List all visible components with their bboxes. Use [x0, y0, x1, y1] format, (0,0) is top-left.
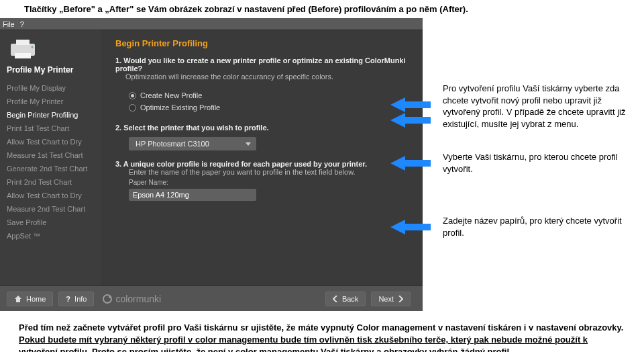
next-label: Next	[378, 295, 394, 303]
svg-rect-1	[16, 40, 30, 45]
next-button[interactable]: Next	[371, 292, 411, 306]
menu-help[interactable]: ?	[20, 20, 24, 28]
sidebar-item-measure-1st[interactable]: Measure 1st Test Chart	[0, 148, 101, 162]
sidebar-item-measure-2nd[interactable]: Measure 2nd Test Chart	[0, 202, 101, 216]
svg-point-5	[109, 296, 111, 298]
sidebar: Profile My Printer Profile My Display Pr…	[0, 30, 101, 285]
annotation-arrow-3	[390, 220, 431, 234]
bottom-paragraph: Před tím než začnete vytvářet profil pro…	[0, 311, 644, 352]
svg-marker-8	[390, 156, 431, 171]
sidebar-heading: Profile My Printer	[0, 62, 101, 81]
paper-name-input[interactable]	[129, 189, 256, 201]
step1-text: 1. Would you like to create a new printe…	[115, 56, 408, 73]
chevron-right-icon	[398, 296, 403, 302]
annotation-text-3: Zadejte název papírů, pro který chcete v…	[443, 215, 637, 238]
footer-bar: Home ? Info colormunki Back Next	[0, 285, 423, 311]
paper-name-label: Paper Name:	[129, 179, 408, 186]
sidebar-item-dry-2nd[interactable]: Allow Test Chart to Dry	[0, 189, 101, 202]
application-window: File ? Profile My Printer Profile My Dis…	[0, 18, 423, 311]
sidebar-item-profile-printer[interactable]: Profile My Printer	[0, 95, 101, 108]
svg-marker-6	[390, 97, 431, 112]
svg-marker-7	[390, 113, 431, 128]
menu-file[interactable]: File	[3, 20, 15, 28]
top-czech-caption: Tlačítky „Before" a „After" se Vám obráz…	[0, 0, 644, 18]
step3-text-b: Enter the name of the paper you want to …	[129, 168, 408, 176]
colormunki-icon	[102, 294, 113, 304]
step2-text: 2. Select the printer that you wish to p…	[115, 124, 408, 132]
brand-logo: colormunki	[102, 294, 161, 304]
printer-selected-value: HP Photosmart C3100	[136, 140, 209, 148]
back-label: Back	[342, 295, 358, 303]
svg-rect-2	[15, 53, 31, 58]
step3-text-a: 3. A unique color profile is required fo…	[115, 160, 408, 168]
brand-text: colormunki	[115, 294, 161, 304]
sidebar-item-begin-profiling[interactable]: Begin Printer Profiling	[0, 108, 101, 122]
printer-icon	[7, 37, 39, 61]
annotation-arrow-1b	[390, 113, 431, 128]
svg-marker-9	[390, 220, 431, 234]
sidebar-item-print-1st[interactable]: Print 1st Test Chart	[0, 122, 101, 135]
radio-create-new-label: Create New Profile	[140, 91, 202, 99]
svg-point-3	[32, 46, 34, 48]
bottom-line2: Pokud budete mít vybraný některý profil …	[19, 334, 625, 352]
home-icon	[14, 295, 22, 303]
sidebar-item-print-2nd[interactable]: Print 2nd Test Chart	[0, 175, 101, 189]
info-label: Info	[74, 295, 87, 303]
page-title: Begin Printer Profiling	[115, 38, 408, 48]
home-button[interactable]: Home	[7, 292, 53, 306]
question-icon: ?	[66, 295, 70, 303]
annotation-text-2: Vyberte Vaši tiskárnu, pro kterou chcete…	[443, 151, 637, 175]
info-button[interactable]: ? Info	[58, 292, 94, 306]
sidebar-item-appset[interactable]: AppSet ™	[0, 229, 101, 243]
radio-create-new[interactable]: Create New Profile	[129, 91, 408, 99]
printer-dropdown[interactable]: HP Photosmart C3100	[129, 137, 256, 150]
radio-group: Create New Profile Optimize Existing Pro…	[129, 87, 408, 116]
sidebar-item-profile-display[interactable]: Profile My Display	[0, 81, 101, 95]
home-label: Home	[26, 295, 46, 303]
bottom-line1: Před tím než začnete vytvářet profil pro…	[19, 322, 625, 334]
radio-optimize-label: Optimize Existing Profile	[140, 103, 220, 112]
sidebar-item-dry-1st[interactable]: Allow Test Chart to Dry	[0, 135, 101, 148]
main-panel: Begin Printer Profiling 1. Would you lik…	[101, 30, 423, 285]
sidebar-item-generate-2nd[interactable]: Generate 2nd Test Chart	[0, 162, 101, 175]
sidebar-item-save-profile[interactable]: Save Profile	[0, 216, 101, 229]
step1-sub: Optimization will increase the color acc…	[125, 73, 408, 81]
back-button[interactable]: Back	[325, 292, 366, 306]
chevron-left-icon	[333, 296, 338, 302]
annotation-arrow-1	[390, 97, 431, 112]
radio-icon	[129, 104, 136, 112]
annotation-text-1: Pro vytvoření profilu Vaší tiskárny vybe…	[443, 83, 637, 130]
radio-icon	[129, 92, 136, 99]
radio-optimize[interactable]: Optimize Existing Profile	[129, 103, 408, 112]
menubar: File ?	[0, 18, 423, 30]
annotation-arrow-2	[390, 156, 431, 171]
